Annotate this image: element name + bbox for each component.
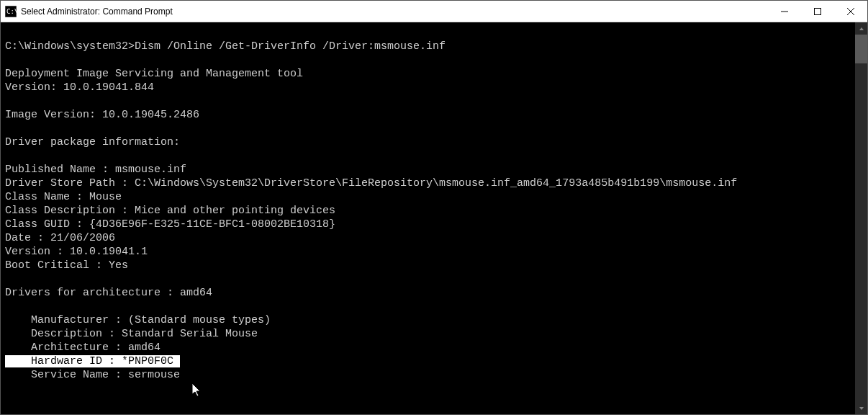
output-boot-critical: Boot Critical : Yes <box>5 259 128 272</box>
output-version: Version : 10.0.19041.1 <box>5 246 148 258</box>
output-service-name: Service Name : sermouse <box>5 369 180 381</box>
scrollbar-up-button[interactable] <box>855 22 867 35</box>
output-date: Date : 21/06/2006 <box>5 232 115 244</box>
command-line: C:\Windows\system32>Dism /Online /Get-Dr… <box>5 40 851 53</box>
scrollbar-thumb[interactable] <box>855 35 867 63</box>
output-architecture: Architecture : amd64 <box>5 342 161 354</box>
window-controls <box>768 1 867 22</box>
output-class-guid: Class GUID : {4D36E96F-E325-11CE-BFC1-08… <box>5 218 335 231</box>
prompt: C:\Windows\system32> <box>5 40 135 53</box>
window-title: Select Administrator: Command Prompt <box>21 6 768 17</box>
svg-marker-7 <box>859 407 864 410</box>
svg-rect-3 <box>815 8 821 14</box>
terminal-content[interactable]: C:\Windows\system32>Dism /Online /Get-Dr… <box>1 22 855 414</box>
terminal-area[interactable]: C:\Windows\system32>Dism /Online /Get-Dr… <box>1 22 867 414</box>
minimize-button[interactable] <box>768 1 801 22</box>
maximize-button[interactable] <box>801 1 834 22</box>
output-tool-name: Deployment Image Servicing and Managemen… <box>5 68 303 80</box>
close-button[interactable] <box>834 1 867 22</box>
output-driver-store-path: Driver Store Path : C:\Windows\System32\… <box>5 177 737 189</box>
output-section-header: Driver package information: <box>5 136 180 148</box>
cmd-icon: C:\ <box>5 6 17 17</box>
titlebar[interactable]: C:\ Select Administrator: Command Prompt <box>1 1 867 22</box>
command-prompt-window: C:\ Select Administrator: Command Prompt… <box>0 0 868 415</box>
command-text: Dism /Online /Get-DriverInfo /Driver:msm… <box>135 40 446 53</box>
vertical-scrollbar[interactable] <box>855 22 867 414</box>
output-manufacturer: Manufacturer : (Standard mouse types) <box>5 314 271 326</box>
output-tool-version: Version: 10.0.19041.844 <box>5 81 154 94</box>
output-class-name: Class Name : Mouse <box>5 191 122 203</box>
output-published-name: Published Name : msmouse.inf <box>5 164 186 176</box>
output-hardware-id-selected: Hardware ID : *PNP0F0C <box>5 355 180 367</box>
output-image-version: Image Version: 10.0.19045.2486 <box>5 109 199 121</box>
output-description: Description : Standard Serial Mouse <box>5 328 258 340</box>
svg-marker-6 <box>859 27 864 30</box>
svg-text:C:\: C:\ <box>6 8 17 15</box>
output-arch-header: Drivers for architecture : amd64 <box>5 287 212 299</box>
output-class-description: Class Description : Mice and other point… <box>5 205 335 217</box>
scrollbar-down-button[interactable] <box>855 402 867 414</box>
